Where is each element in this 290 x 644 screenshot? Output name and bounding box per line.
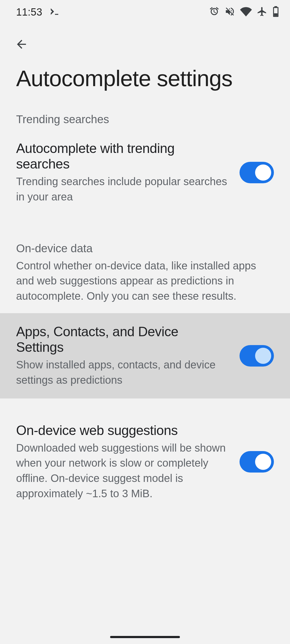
setting-text: Autocomplete with trending searches Tren… bbox=[16, 141, 229, 204]
alarm-icon bbox=[209, 6, 220, 18]
svg-rect-0 bbox=[274, 13, 277, 16]
setting-text: Apps, Contacts, and Device Settings Show… bbox=[16, 324, 229, 388]
setting-apps-contacts[interactable]: Apps, Contacts, and Device Settings Show… bbox=[0, 313, 290, 398]
section-header-trending: Trending searches bbox=[0, 110, 290, 130]
spacer bbox=[0, 215, 290, 239]
status-time: 11:53 bbox=[16, 6, 42, 18]
section-title: On-device data bbox=[16, 242, 274, 255]
toggle-knob bbox=[255, 164, 271, 181]
status-bar: 11:53 bbox=[0, 0, 290, 24]
spacer bbox=[0, 308, 290, 313]
terminal-icon bbox=[49, 6, 60, 18]
home-indicator[interactable] bbox=[110, 636, 180, 638]
status-icons-right bbox=[209, 6, 279, 19]
setting-subtitle: Downloaded web suggestions will be shown… bbox=[16, 438, 229, 501]
toggle-apps-contacts[interactable] bbox=[240, 345, 274, 367]
back-icon[interactable] bbox=[15, 47, 28, 52]
toggle-trending[interactable] bbox=[240, 162, 274, 183]
section-title: Trending searches bbox=[16, 113, 274, 126]
section-description: Control whether on-device data, like ins… bbox=[16, 255, 274, 304]
setting-text: On-device web suggestions Downloaded web… bbox=[16, 423, 229, 501]
setting-subtitle: Trending searches include popular search… bbox=[16, 172, 229, 204]
airplane-icon bbox=[257, 6, 267, 18]
app-bar bbox=[0, 24, 290, 63]
page-title: Autocomplete settings bbox=[0, 63, 290, 110]
setting-title: On-device web suggestions bbox=[16, 423, 229, 438]
spacer bbox=[0, 398, 290, 412]
setting-title: Autocomplete with trending searches bbox=[16, 141, 229, 172]
setting-autocomplete-trending[interactable]: Autocomplete with trending searches Tren… bbox=[0, 130, 290, 215]
toggle-knob bbox=[255, 348, 271, 364]
battery-icon bbox=[272, 6, 279, 18]
toggle-knob bbox=[255, 454, 271, 470]
section-header-ondevice: On-device data Control whether on-device… bbox=[0, 239, 290, 308]
setting-ondevice-web[interactable]: On-device web suggestions Downloaded web… bbox=[0, 412, 290, 512]
mute-icon bbox=[224, 6, 235, 18]
status-left: 11:53 bbox=[16, 6, 60, 18]
toggle-ondevice-web[interactable] bbox=[240, 451, 274, 473]
setting-title: Apps, Contacts, and Device Settings bbox=[16, 324, 229, 355]
wifi-icon bbox=[240, 6, 252, 19]
setting-subtitle: Show installed apps, contacts, and devic… bbox=[16, 355, 229, 388]
